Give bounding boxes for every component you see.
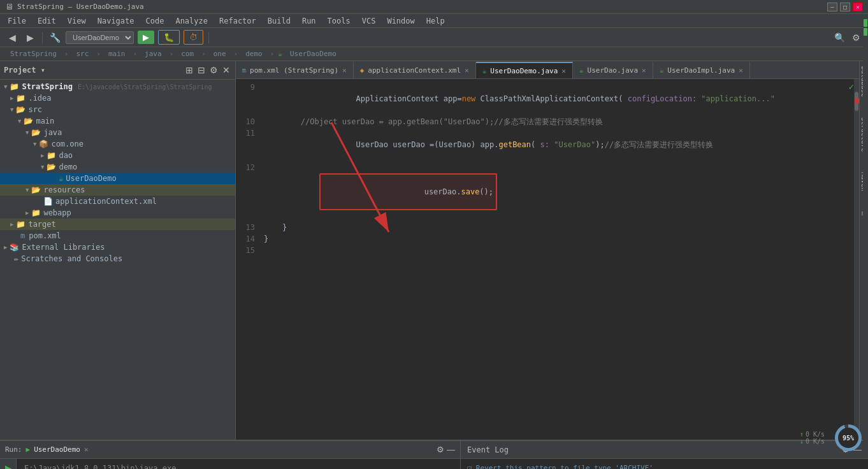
menu-window[interactable]: Window	[382, 15, 419, 27]
cpu-meter: 95%	[835, 424, 862, 451]
tree-item-resources[interactable]: ▼ 📂 resources	[0, 184, 235, 196]
editor-scrollbar[interactable]	[854, 79, 859, 440]
tab-userdaoimpl[interactable]: ☕ UserDaoImpl.java ✕	[653, 62, 750, 78]
menu-edit[interactable]: Edit	[33, 15, 61, 27]
download-speed-value: 0 K/s	[806, 438, 825, 445]
tree-label: main	[36, 117, 54, 126]
run-tab-close[interactable]: ✕	[84, 445, 89, 454]
bc-src[interactable]: src	[71, 48, 94, 59]
tab-close-button[interactable]: ✕	[561, 67, 566, 75]
menu-run[interactable]: Run	[297, 15, 321, 27]
tree-item-java[interactable]: ▼ 📂 java	[0, 127, 235, 138]
check-icon: ☑	[467, 463, 472, 469]
bc-one[interactable]: one	[208, 48, 231, 59]
revert-pattern-link[interactable]: Revert this pattern to file type 'ARCHIV…	[476, 464, 653, 469]
tab-userdaodemo[interactable]: ☕ UserDaoDemo.java ✕	[476, 62, 573, 78]
tree-label: java	[43, 128, 62, 137]
gear-icon[interactable]: ⚙	[208, 64, 219, 76]
collapse-all-button[interactable]: ⊟	[196, 64, 206, 76]
event-marker-2	[864, 28, 867, 36]
coverage-button[interactable]: ⏱	[184, 30, 203, 45]
settings-button[interactable]: ⚙	[849, 31, 863, 45]
tab-close-button[interactable]: ✕	[642, 66, 646, 75]
bc-stratspring[interactable]: StratSpring	[5, 48, 62, 59]
tree-label: .idea	[28, 94, 51, 103]
project-icon: 📁	[10, 82, 19, 91]
project-sidebar: Project ▾ ⊞ ⊟ ⚙ ✕ ▼ 📁 StratSpring E:\jav…	[0, 61, 236, 440]
tree-item-idea[interactable]: ▶ 📁 .idea	[0, 92, 235, 104]
close-panel-button[interactable]: ✕	[221, 64, 231, 76]
tree-label: UserDaoDemo	[66, 174, 116, 183]
run-config-button[interactable]: 🔧	[48, 31, 62, 45]
code-editor[interactable]: 9 ApplicationContext app=new ClassPathXm…	[236, 79, 859, 440]
bc-main[interactable]: main	[103, 48, 131, 59]
menu-vcs[interactable]: VCS	[357, 15, 381, 27]
run-config-dropdown[interactable]: UserDaoDemo	[66, 31, 134, 44]
menu-help[interactable]: Help	[421, 15, 450, 27]
tree-item-ext-libs[interactable]: ▶ 📚 External Libraries	[0, 242, 235, 253]
tree-item-src[interactable]: ▼ 📂 src	[0, 104, 235, 115]
expand-all-button[interactable]: ⊞	[184, 64, 194, 76]
error-stripe	[855, 98, 859, 103]
toolbar-separator	[42, 32, 43, 43]
tree-item-pomxml[interactable]: m pom.xml	[0, 230, 235, 242]
tab-close-button[interactable]: ✕	[465, 66, 469, 75]
tree-item-stratspring[interactable]: ▼ 📁 StratSpring E:\javacode\StratSpring\…	[0, 81, 235, 92]
tab-close-button[interactable]: ✕	[739, 66, 743, 75]
menu-file[interactable]: File	[3, 15, 31, 27]
menu-tools[interactable]: Tools	[322, 15, 356, 27]
tree-label: External Libraries	[22, 243, 105, 252]
run-settings-button[interactable]: ⚙	[437, 445, 444, 454]
expand-arrow: ▼	[25, 129, 29, 136]
expand-arrow: ▶	[25, 210, 29, 216]
cpu-value: 95%	[843, 435, 854, 442]
tree-item-dao[interactable]: ▶ 📁 dao	[0, 150, 235, 161]
run-button[interactable]: ▶	[138, 31, 154, 44]
xml-file-icon: 📄	[43, 197, 53, 206]
tree-item-main[interactable]: ▼ 📂 main	[0, 115, 235, 127]
tab-close-button[interactable]: ✕	[342, 66, 347, 75]
menu-view[interactable]: View	[62, 15, 91, 27]
java-file-icon: ☕	[59, 174, 63, 183]
tree-item-webapp[interactable]: ▶ 📁 webapp	[0, 207, 235, 219]
back-button[interactable]: ◀	[5, 31, 19, 45]
expand-arrow: ▶	[4, 244, 7, 250]
bc-demo[interactable]: demo	[240, 48, 268, 59]
java-icon: ☕	[579, 66, 584, 75]
tree-item-target[interactable]: ▶ 📁 target	[0, 219, 235, 230]
tree-item-scratches[interactable]: ✏ Scratches and Consoles	[0, 253, 235, 264]
debug-button[interactable]: 🐛	[158, 30, 180, 45]
menu-build[interactable]: Build	[263, 15, 296, 27]
download-speed: ↓ 0 K/s	[800, 438, 825, 445]
tab-pomxml[interactable]: m pom.xml (StratSpring) ✕	[236, 62, 354, 78]
run-close-button[interactable]: —	[447, 445, 455, 454]
menu-analyze[interactable]: Analyze	[170, 15, 213, 27]
tree-label: src	[28, 105, 42, 114]
folder-icon: 📂	[31, 185, 41, 194]
event-log-scrollbar[interactable]	[863, 18, 868, 451]
tab-appcontext[interactable]: ◈ applicationContext.xml ✕	[354, 62, 476, 78]
java-icon: ☕	[660, 66, 664, 75]
menu-navigate[interactable]: Navigate	[92, 15, 140, 27]
upload-arrow-icon: ↑	[800, 431, 804, 438]
bc-java[interactable]: java	[140, 48, 167, 59]
menu-refactor[interactable]: Refactor	[214, 15, 261, 27]
maximize-button[interactable]: □	[840, 3, 850, 11]
rerun-button[interactable]: ▶	[2, 461, 15, 469]
tab-label: UserDaoDemo.java	[490, 67, 558, 75]
run-output: E:\Java\jdk1.8.0_131\bin\java.exe ... sa…	[17, 459, 460, 469]
toolbar: ◀ ▶ 🔧 UserDaoDemo ▶ 🐛 ⏱ 🔍 ⚙	[0, 28, 868, 47]
search-everywhere-button[interactable]: 🔍	[832, 31, 846, 45]
tree-item-demo[interactable]: ▼ 📂 demo	[0, 161, 235, 173]
download-arrow-icon: ↓	[800, 438, 804, 445]
bc-userdaodemo[interactable]: UserDaoDemo	[285, 48, 342, 59]
tab-userdao[interactable]: ☕ UserDao.java ✕	[573, 62, 653, 78]
bc-com[interactable]: com	[176, 48, 199, 59]
tree-item-userdaodemo[interactable]: ☕ UserDaoDemo	[0, 173, 235, 184]
forward-button[interactable]: ▶	[23, 31, 37, 45]
tree-item-appcontext[interactable]: 📄 applicationContext.xml	[0, 196, 235, 207]
menu-code[interactable]: Code	[141, 15, 170, 27]
close-button[interactable]: ✕	[853, 3, 863, 11]
minimize-button[interactable]: —	[827, 3, 837, 11]
tree-item-com-one[interactable]: ▼ 📦 com.one	[0, 138, 235, 150]
